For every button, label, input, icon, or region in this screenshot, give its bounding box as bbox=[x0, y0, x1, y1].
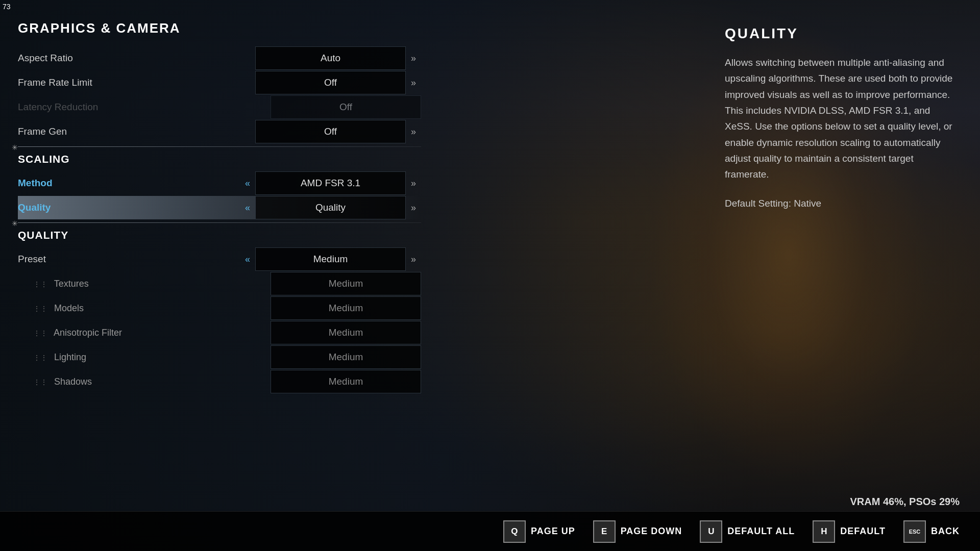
key-back: ESC bbox=[903, 520, 926, 543]
label-quality: Quality bbox=[18, 198, 240, 217]
quality-section-title: QUALITY bbox=[18, 225, 421, 245]
value-box-latency: Off bbox=[271, 95, 421, 119]
label-default: DEFAULT bbox=[840, 526, 886, 537]
key-page-up: Q bbox=[503, 520, 526, 543]
default-setting: Default Setting: Native bbox=[725, 198, 954, 209]
setting-row-aspect-ratio[interactable]: Aspect Ratio Auto » bbox=[18, 46, 421, 70]
divider-star-quality: ✳ bbox=[12, 219, 18, 228]
scaling-section-title: SCALING bbox=[18, 149, 421, 169]
action-default[interactable]: H DEFAULT bbox=[813, 520, 886, 543]
sub-dots-models: ⋮⋮ bbox=[33, 305, 47, 313]
quality-header: QUALITY bbox=[18, 225, 421, 245]
value-frame-gen: Off bbox=[255, 120, 406, 143]
label-back: BACK bbox=[931, 526, 960, 537]
label-page-up: PAGE UP bbox=[531, 526, 575, 537]
value-shadows: Medium bbox=[271, 370, 421, 393]
arrow-right-preset[interactable]: » bbox=[406, 247, 421, 271]
value-box-quality[interactable]: « Quality » bbox=[240, 196, 421, 219]
sub-dots-lighting: ⋮⋮ bbox=[33, 354, 47, 362]
bottom-bar: Q PAGE UP E PAGE DOWN U DEFAULT ALL H DE… bbox=[0, 511, 980, 551]
value-lighting: Medium bbox=[271, 345, 421, 369]
arrow-left-preset[interactable]: « bbox=[240, 247, 255, 271]
key-default: H bbox=[813, 520, 835, 543]
value-box-aspect-ratio[interactable]: Auto » bbox=[255, 46, 421, 70]
key-default-all: U bbox=[700, 520, 722, 543]
setting-row-lighting: ⋮⋮ Lighting Medium bbox=[18, 345, 421, 369]
value-box-method[interactable]: « AMD FSR 3.1 » bbox=[240, 171, 421, 195]
right-panel: QUALITY Allows switching between multipl… bbox=[704, 0, 980, 510]
label-textures: ⋮⋮ Textures bbox=[18, 274, 271, 293]
setting-row-textures: ⋮⋮ Textures Medium bbox=[18, 272, 421, 295]
value-box-textures: Medium bbox=[271, 272, 421, 295]
arrow-right-frame-gen[interactable]: » bbox=[406, 120, 421, 143]
value-box-models: Medium bbox=[271, 296, 421, 320]
sub-dots-textures: ⋮⋮ bbox=[33, 280, 47, 288]
value-frame-rate: Off bbox=[255, 71, 406, 94]
value-models: Medium bbox=[271, 296, 421, 320]
value-latency: Off bbox=[271, 95, 421, 119]
settings-list: Aspect Ratio Auto » Frame Rate Limit Off… bbox=[18, 46, 429, 393]
value-box-frame-gen[interactable]: Off » bbox=[255, 120, 421, 143]
sub-dots-aniso: ⋮⋮ bbox=[33, 329, 47, 337]
arrow-right-frame-rate[interactable]: » bbox=[406, 71, 421, 94]
key-page-down: E bbox=[593, 520, 616, 543]
arrow-right-aspect-ratio[interactable]: » bbox=[406, 46, 421, 70]
action-back[interactable]: ESC BACK bbox=[903, 520, 960, 543]
arrow-right-method[interactable]: » bbox=[406, 171, 421, 195]
label-method: Method bbox=[18, 173, 240, 193]
value-box-shadows: Medium bbox=[271, 370, 421, 393]
label-lighting: ⋮⋮ Lighting bbox=[18, 348, 271, 367]
arrow-right-quality[interactable]: » bbox=[406, 196, 421, 219]
label-frame-gen: Frame Gen bbox=[18, 122, 255, 141]
detail-title: QUALITY bbox=[725, 26, 954, 42]
scaling-header: SCALING bbox=[18, 149, 421, 169]
panel-title: GRAPHICS & CAMERA bbox=[18, 20, 429, 36]
setting-row-preset[interactable]: Preset « Medium » bbox=[18, 247, 421, 271]
label-aniso: ⋮⋮ Anisotropic Filter bbox=[18, 323, 271, 342]
setting-row-models: ⋮⋮ Models Medium bbox=[18, 296, 421, 320]
label-frame-rate: Frame Rate Limit bbox=[18, 73, 255, 92]
left-panel: GRAPHICS & CAMERA Aspect Ratio Auto » Fr… bbox=[0, 0, 429, 551]
label-aspect-ratio: Aspect Ratio bbox=[18, 48, 255, 68]
label-models: ⋮⋮ Models bbox=[18, 299, 271, 318]
vram-info: VRAM 46%, PSOs 29% bbox=[850, 496, 960, 508]
label-page-down: PAGE DOWN bbox=[621, 526, 682, 537]
detail-description: Allows switching between multiple anti-a… bbox=[725, 55, 954, 183]
value-preset: Medium bbox=[255, 247, 406, 271]
value-aniso: Medium bbox=[271, 321, 421, 344]
value-aspect-ratio: Auto bbox=[255, 46, 406, 70]
value-quality: Quality bbox=[255, 196, 406, 219]
setting-row-method[interactable]: Method « AMD FSR 3.1 » bbox=[18, 171, 421, 195]
divider-star-scaling: ✳ bbox=[12, 143, 18, 152]
label-shadows: ⋮⋮ Shadows bbox=[18, 372, 271, 391]
arrow-left-method[interactable]: « bbox=[240, 171, 255, 195]
label-preset: Preset bbox=[18, 249, 240, 269]
fps-counter: 73 bbox=[3, 3, 11, 11]
label-latency: Latency Reduction bbox=[18, 97, 271, 117]
sub-dots-shadows: ⋮⋮ bbox=[33, 378, 47, 386]
setting-row-quality[interactable]: Quality « Quality » bbox=[18, 196, 421, 219]
action-page-down[interactable]: E PAGE DOWN bbox=[593, 520, 682, 543]
value-method: AMD FSR 3.1 bbox=[255, 171, 406, 195]
action-default-all[interactable]: U DEFAULT ALL bbox=[700, 520, 795, 543]
value-box-frame-rate[interactable]: Off » bbox=[255, 71, 421, 94]
setting-row-frame-gen[interactable]: Frame Gen Off » bbox=[18, 120, 421, 143]
setting-row-latency: Latency Reduction Off bbox=[18, 95, 421, 119]
setting-row-aniso: ⋮⋮ Anisotropic Filter Medium bbox=[18, 321, 421, 344]
value-box-aniso: Medium bbox=[271, 321, 421, 344]
quality-divider: ✳ bbox=[18, 222, 421, 223]
value-textures: Medium bbox=[271, 272, 421, 295]
value-box-preset[interactable]: « Medium » bbox=[240, 247, 421, 271]
arrow-left-quality[interactable]: « bbox=[240, 196, 255, 219]
value-box-lighting: Medium bbox=[271, 345, 421, 369]
label-default-all: DEFAULT ALL bbox=[727, 526, 795, 537]
setting-row-frame-rate[interactable]: Frame Rate Limit Off » bbox=[18, 71, 421, 94]
setting-row-shadows: ⋮⋮ Shadows Medium bbox=[18, 370, 421, 393]
scaling-divider: ✳ bbox=[18, 146, 421, 147]
action-page-up[interactable]: Q PAGE UP bbox=[503, 520, 575, 543]
